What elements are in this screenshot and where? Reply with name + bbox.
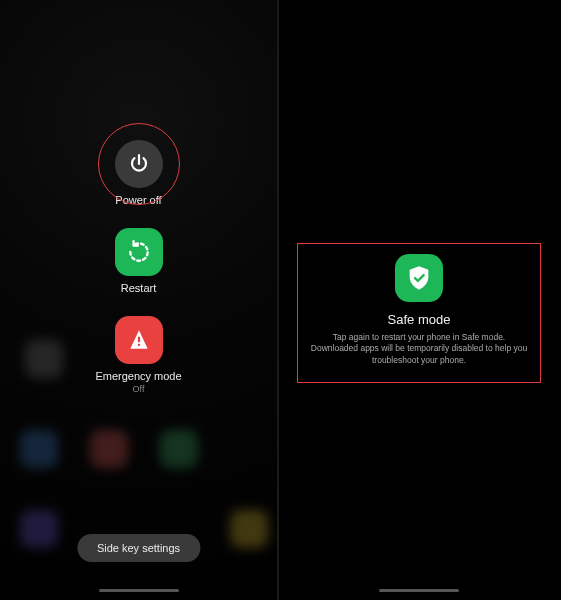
blurred-app-icon <box>90 430 128 468</box>
safe-mode-description: Tap again to restart your phone in Safe … <box>306 332 532 366</box>
power-off-item[interactable]: Power off <box>115 140 163 206</box>
safe-mode-screen: Safe mode Tap again to restart your phon… <box>279 0 559 600</box>
power-menu: Power off Restart Emergency mode <box>0 140 277 394</box>
blurred-app-icon <box>160 430 198 468</box>
emergency-mode-label: Emergency mode <box>95 370 181 382</box>
safe-mode-title: Safe mode <box>388 312 451 327</box>
shield-check-icon <box>395 254 443 302</box>
power-menu-screen: Power off Restart Emergency mode <box>0 0 279 600</box>
svg-rect-1 <box>137 344 139 346</box>
emergency-mode-item[interactable]: Emergency mode Off <box>95 316 181 394</box>
restart-label: Restart <box>121 282 156 294</box>
blurred-app-icon <box>230 510 268 548</box>
safe-mode-prompt[interactable]: Safe mode Tap again to restart your phon… <box>297 243 541 383</box>
home-indicator[interactable] <box>99 589 179 592</box>
home-indicator[interactable] <box>379 589 459 592</box>
blurred-app-icon <box>20 430 58 468</box>
emergency-icon <box>115 316 163 364</box>
restart-icon <box>115 228 163 276</box>
power-off-label: Power off <box>115 194 161 206</box>
emergency-mode-sublabel: Off <box>133 384 145 394</box>
side-key-settings-button[interactable]: Side key settings <box>77 534 200 562</box>
restart-item[interactable]: Restart <box>115 228 163 294</box>
svg-rect-0 <box>137 337 139 342</box>
power-off-icon <box>115 140 163 188</box>
blurred-app-icon <box>20 510 58 548</box>
